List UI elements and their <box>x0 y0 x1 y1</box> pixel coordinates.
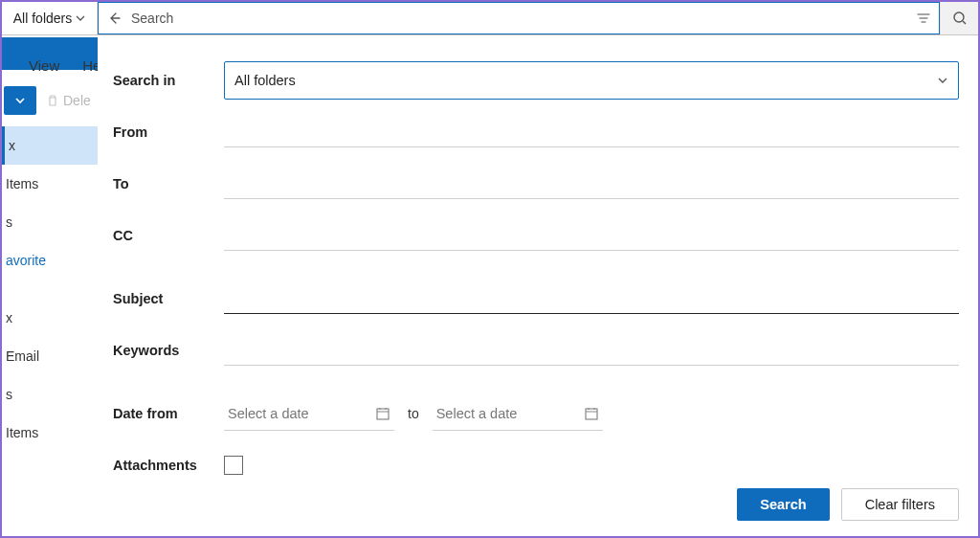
sidebar-item[interactable]: s <box>2 375 98 414</box>
svg-point-0 <box>954 12 964 22</box>
cc-label: CC <box>113 228 224 243</box>
svg-rect-2 <box>586 409 597 419</box>
keywords-input[interactable] <box>224 335 959 366</box>
sidebar-item[interactable]: x <box>2 299 98 337</box>
tab-view[interactable]: View <box>29 57 59 74</box>
attachments-label: Attachments <box>113 458 224 473</box>
new-mail-chevron[interactable] <box>4 86 36 115</box>
trash-icon <box>46 94 59 107</box>
sidebar-item[interactable]: s <box>2 203 98 241</box>
svg-rect-1 <box>377 409 389 419</box>
filter-icon <box>917 11 930 25</box>
date-from-picker[interactable] <box>224 396 394 431</box>
search-in-select[interactable]: All folders <box>224 61 959 100</box>
from-input[interactable] <box>224 117 959 147</box>
search-in-label: Search in <box>113 73 224 88</box>
folder-sidebar: x Items s avorite x Email s Items <box>2 126 98 452</box>
attachments-checkbox[interactable] <box>224 456 243 475</box>
date-to-input[interactable] <box>436 406 561 421</box>
sidebar-item[interactable]: Email <box>2 337 98 375</box>
clear-filters-button[interactable]: Clear filters <box>841 488 959 521</box>
date-to-picker[interactable] <box>433 396 603 431</box>
to-input[interactable] <box>224 168 959 199</box>
sidebar-item-favorite[interactable]: avorite <box>2 241 98 280</box>
delete-button-disabled: Dele <box>46 93 91 108</box>
cc-input[interactable] <box>224 220 959 251</box>
scope-label: All folders <box>13 11 72 26</box>
calendar-icon <box>375 406 390 421</box>
search-button[interactable] <box>940 2 978 34</box>
scope-dropdown[interactable]: All folders <box>2 2 98 34</box>
date-from-input[interactable] <box>228 406 352 421</box>
chevron-down-icon <box>14 95 26 106</box>
advanced-search-panel: Search in All folders From To CC Subject <box>98 37 976 534</box>
back-button[interactable] <box>99 11 129 26</box>
keywords-label: Keywords <box>113 343 224 358</box>
date-from-label: Date from <box>113 406 224 421</box>
sidebar-item[interactable]: Items <box>2 165 98 203</box>
from-label: From <box>113 124 224 140</box>
subject-label: Subject <box>113 291 224 306</box>
search-icon <box>952 11 968 26</box>
search-submit-button[interactable]: Search <box>737 488 829 521</box>
chevron-down-icon <box>76 13 85 23</box>
date-to-word: to <box>408 406 419 421</box>
calendar-icon <box>584 406 599 421</box>
search-input[interactable] <box>129 7 908 30</box>
chevron-down-icon <box>937 75 948 86</box>
sidebar-item[interactable]: x <box>2 126 98 165</box>
search-in-value: All folders <box>234 73 296 88</box>
filter-button[interactable] <box>908 11 939 25</box>
to-label: To <box>113 176 224 191</box>
search-bar <box>98 2 940 34</box>
subject-input[interactable] <box>224 283 959 314</box>
sidebar-item[interactable]: Items <box>2 414 98 452</box>
arrow-left-icon <box>106 11 122 26</box>
